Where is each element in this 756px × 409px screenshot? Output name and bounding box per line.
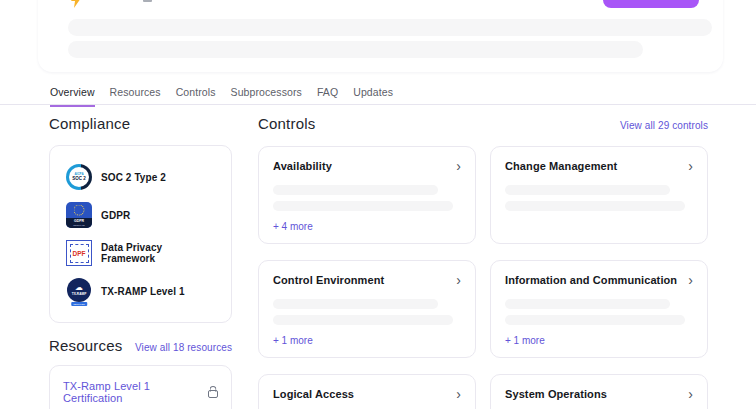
view-all-resources-link[interactable]: View all 18 resources bbox=[135, 342, 232, 353]
control-card-system-operations[interactable]: System Operations › bbox=[490, 374, 708, 409]
chevron-right-icon: › bbox=[688, 389, 693, 399]
skeleton-line bbox=[505, 201, 685, 211]
chevron-right-icon: › bbox=[456, 275, 461, 285]
resources-title: Resources bbox=[49, 337, 123, 354]
view-all-controls-link[interactable]: View all 29 controls bbox=[620, 120, 708, 131]
badge-label: Data Privacy Framework bbox=[101, 242, 215, 264]
compliance-badge-dpf: DPF Data Privacy Framework bbox=[66, 234, 215, 272]
control-card-title: Logical Access bbox=[273, 388, 354, 400]
control-card-logical-access[interactable]: Logical Access › bbox=[258, 374, 476, 409]
resources-header: Resources View all 18 resources bbox=[49, 337, 232, 354]
control-card-title: Availability bbox=[273, 160, 332, 172]
resources-card: TX-Ramp Level 1 Certification Statement … bbox=[49, 365, 232, 409]
header-card bbox=[38, 0, 723, 72]
lock-icon bbox=[208, 390, 218, 398]
resource-item: TX-Ramp Level 1 Certification bbox=[63, 380, 218, 404]
header-fine-print bbox=[143, 0, 152, 2]
skeleton-line bbox=[505, 299, 670, 309]
controls-header: Controls View all 29 controls bbox=[258, 115, 708, 132]
tab-bar: Overview Resources Controls Subprocessor… bbox=[50, 86, 393, 107]
skeleton-line bbox=[68, 19, 712, 36]
controls-title: Controls bbox=[258, 115, 315, 132]
left-column: Compliance AICPA SOC 2 SOC 2 Type 2 GDPR bbox=[49, 115, 232, 409]
tab-resources[interactable]: Resources bbox=[110, 86, 161, 107]
control-card-title: System Operations bbox=[505, 388, 607, 400]
chevron-right-icon: › bbox=[688, 161, 693, 171]
tab-subprocessors[interactable]: Subprocessors bbox=[231, 86, 302, 107]
txramp-badge-icon: ☁ TX-RAMP CERTIFIED bbox=[66, 278, 92, 304]
compliance-title: Compliance bbox=[49, 115, 232, 132]
dpf-badge-icon: DPF bbox=[66, 240, 92, 266]
soc2-badge-icon: AICPA SOC 2 bbox=[66, 164, 92, 190]
tab-faq[interactable]: FAQ bbox=[317, 86, 338, 107]
tab-overview[interactable]: Overview bbox=[50, 86, 95, 107]
gdpr-badge-icon: GDPR COMPLIANT bbox=[66, 202, 92, 228]
badge-label: SOC 2 Type 2 bbox=[101, 172, 166, 183]
tab-updates[interactable]: Updates bbox=[353, 86, 393, 107]
header-primary-button[interactable] bbox=[603, 0, 699, 8]
control-card-information-communication[interactable]: Information and Communication › + 1 more bbox=[490, 260, 708, 358]
controls-grid: Availability › + 4 more Change Managemen… bbox=[258, 146, 708, 409]
skeleton-line bbox=[273, 201, 453, 211]
lightning-icon bbox=[70, 0, 82, 8]
skeleton-line bbox=[273, 299, 438, 309]
chevron-right-icon: › bbox=[456, 161, 461, 171]
compliance-card: AICPA SOC 2 SOC 2 Type 2 GDPR COMPLIANT … bbox=[49, 145, 232, 323]
control-card-title: Information and Communication bbox=[505, 274, 677, 286]
skeleton-line bbox=[273, 315, 453, 325]
control-card-control-environment[interactable]: Control Environment › + 1 more bbox=[258, 260, 476, 358]
control-card-change-management[interactable]: Change Management › bbox=[490, 146, 708, 244]
control-card-title: Change Management bbox=[505, 160, 617, 172]
skeleton-line bbox=[68, 41, 643, 58]
control-card-title: Control Environment bbox=[273, 274, 384, 286]
more-controls-link[interactable]: + 1 more bbox=[273, 335, 313, 346]
control-card-availability[interactable]: Availability › + 4 more bbox=[258, 146, 476, 244]
controls-section: Controls View all 29 controls Availabili… bbox=[258, 115, 708, 409]
compliance-badge-soc2: AICPA SOC 2 SOC 2 Type 2 bbox=[66, 158, 215, 196]
more-controls-link[interactable]: + 4 more bbox=[273, 221, 313, 232]
skeleton-line bbox=[273, 185, 438, 195]
chevron-right-icon: › bbox=[456, 389, 461, 399]
compliance-badge-gdpr: GDPR COMPLIANT GDPR bbox=[66, 196, 215, 234]
chevron-right-icon: › bbox=[688, 275, 693, 285]
badge-label: TX-RAMP Level 1 bbox=[101, 286, 185, 297]
trust-center-page: Overview Resources Controls Subprocessor… bbox=[0, 0, 756, 409]
skeleton-line bbox=[505, 185, 670, 195]
resource-link-txramp-cert[interactable]: TX-Ramp Level 1 Certification bbox=[63, 380, 208, 404]
skeleton-line bbox=[505, 315, 685, 325]
compliance-badge-txramp: ☁ TX-RAMP CERTIFIED TX-RAMP Level 1 bbox=[66, 272, 215, 310]
more-controls-link[interactable]: + 1 more bbox=[505, 335, 545, 346]
tab-controls[interactable]: Controls bbox=[176, 86, 216, 107]
badge-label: GDPR bbox=[101, 210, 130, 221]
